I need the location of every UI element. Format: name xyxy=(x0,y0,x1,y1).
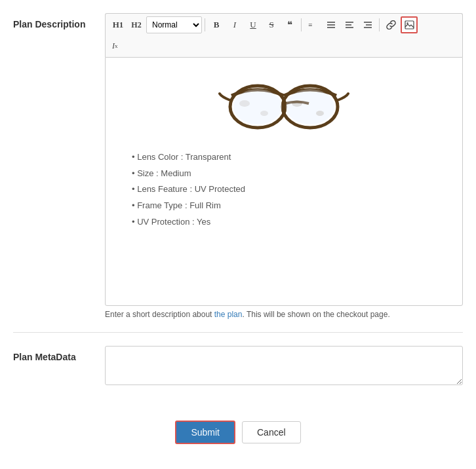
align-left-button[interactable] xyxy=(341,16,358,33)
editor-toolbar-row1: H1 H2 Normal Heading 1 Heading 2 Heading… xyxy=(105,13,463,36)
spec-lens-color: Lens Color : Transparent xyxy=(132,149,449,166)
link-button[interactable] xyxy=(382,16,399,33)
cancel-button[interactable]: Cancel xyxy=(242,421,301,443)
svg-rect-10 xyxy=(405,21,414,29)
product-specs-list: Lens Color : Transparent Size : Medium L… xyxy=(119,149,449,230)
plan-metadata-content xyxy=(105,346,463,388)
h2-button[interactable]: H2 xyxy=(128,16,145,33)
svg-point-17 xyxy=(286,89,334,124)
strikethrough-button[interactable]: S xyxy=(263,16,280,33)
form-buttons: Submit Cancel xyxy=(13,414,463,444)
toolbar-separator-3 xyxy=(379,18,380,31)
editor-hint: Enter a short description about the plan… xyxy=(105,310,463,319)
format-select[interactable]: Normal Heading 1 Heading 2 Heading 3 xyxy=(146,16,202,33)
plan-description-editor: H1 H2 Normal Heading 1 Heading 2 Heading… xyxy=(105,13,463,319)
plan-description-label: Plan Description xyxy=(13,13,105,31)
align-right-button[interactable] xyxy=(359,16,376,33)
spec-size: Size : Medium xyxy=(132,166,449,182)
svg-text:≡: ≡ xyxy=(308,21,312,29)
underline-button[interactable]: U xyxy=(245,16,262,33)
ordered-list-button[interactable]: ≡ xyxy=(304,16,321,33)
editor-toolbar-row2: Ix xyxy=(105,36,463,57)
spec-frame-type: Frame Type : Full Rim xyxy=(132,198,449,214)
svg-point-18 xyxy=(292,100,302,107)
bold-button[interactable]: B xyxy=(208,16,225,33)
unordered-list-button[interactable] xyxy=(323,16,340,33)
glasses-image xyxy=(218,71,349,136)
svg-point-11 xyxy=(407,22,408,24)
italic-button[interactable]: I xyxy=(226,16,243,33)
editor-hint-link[interactable]: the plan xyxy=(214,310,243,319)
h1-button[interactable]: H1 xyxy=(109,16,127,33)
submit-button[interactable]: Submit xyxy=(175,421,235,444)
plan-metadata-row: Plan MetaData xyxy=(13,346,463,401)
svg-point-19 xyxy=(316,111,324,116)
glasses-image-wrapper xyxy=(119,71,449,136)
quote-button[interactable]: ❝ xyxy=(281,16,298,33)
svg-point-16 xyxy=(233,89,282,124)
editor-body[interactable]: Lens Color : Transparent Size : Medium L… xyxy=(105,57,463,306)
metadata-input[interactable] xyxy=(105,346,463,385)
clear-format-button[interactable]: Ix xyxy=(109,37,121,54)
plan-description-row: Plan Description H1 H2 Normal Heading 1 … xyxy=(13,13,463,333)
spec-uv-protection: UV Protection : Yes xyxy=(132,214,449,231)
spec-lens-feature: Lens Feature : UV Protected xyxy=(132,181,449,198)
image-button[interactable] xyxy=(401,16,418,33)
plan-metadata-label: Plan MetaData xyxy=(13,346,105,364)
toolbar-separator-2 xyxy=(301,18,302,31)
toolbar-separator-1 xyxy=(205,18,205,31)
